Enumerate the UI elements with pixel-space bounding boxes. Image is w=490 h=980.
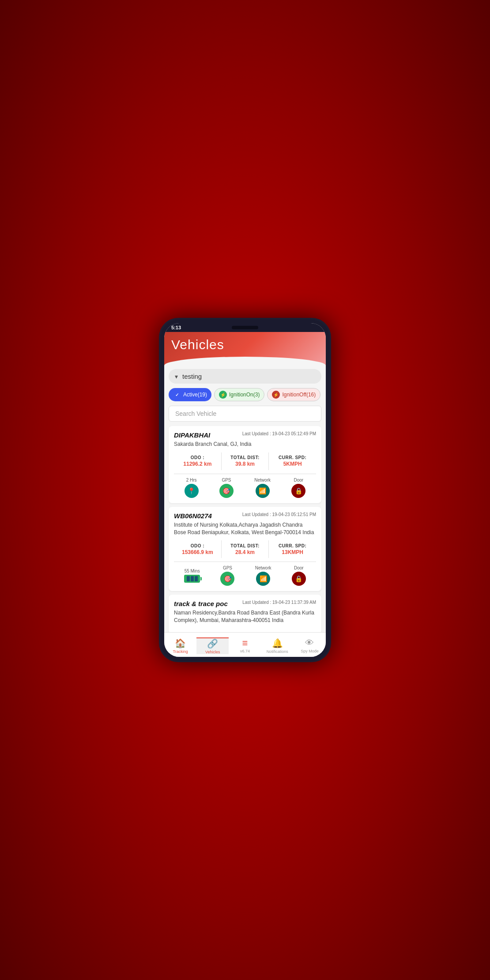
nav-notifications[interactable]: 🔔 Notifications xyxy=(261,638,294,654)
app-header: Vehicles xyxy=(164,332,326,366)
vehicle-name-3: track & trace poc xyxy=(174,600,228,607)
phone-frame: 5:13 Vehicles ▾ testing ✓ Active(19) ⚡ I… xyxy=(159,318,331,662)
menu-icon: ≡ xyxy=(242,638,248,648)
card-header-1: DIPAKBHAI Last Updated : 19-04-23 05:12:… xyxy=(174,431,316,439)
last-updated-3: Last Updated : 19-04-23 11:37:39 AM xyxy=(242,600,316,605)
nav-notifications-label: Notifications xyxy=(267,649,288,654)
network-item-1: Network 📶 xyxy=(254,478,271,498)
tab-ignition-off[interactable]: ⚡ IgnitionOff(16) xyxy=(267,388,320,401)
tab-active-label: Active(19) xyxy=(183,392,207,398)
bolt-icon-green: ⚡ xyxy=(219,391,227,399)
status-time: 5:13 xyxy=(171,325,181,330)
vehicle-name-2: WB06N0274 xyxy=(174,512,212,520)
nav-vehicles-label: Vehicles xyxy=(205,650,220,654)
tab-ignition-on-label: IgnitionOn(3) xyxy=(229,392,260,398)
page-title: Vehicles xyxy=(171,337,319,352)
icons-row-1: 2 Hrs 📍 GPS 🎯 Network 📶 Door 🔒 xyxy=(174,478,316,498)
bell-icon: 🔔 xyxy=(272,638,283,648)
door-label-2: Door xyxy=(294,565,304,570)
nav-spy-mode-label: Spy Mode xyxy=(301,649,319,653)
stat-dist-1: TOTAL DIST: 39.8 km xyxy=(222,455,269,467)
icons-row-2: 55 Mins GPS 🎯 xyxy=(174,565,316,586)
bottom-nav: 🏠 Tracking 🔗 Vehicles ≡ v6.74 🔔 Notifica… xyxy=(164,632,326,657)
door-item-1: Door 🔒 xyxy=(291,478,305,498)
vehicle-location-1: Sakarda Branch Canal, GJ, India xyxy=(174,441,316,448)
nav-version-label: v6.74 xyxy=(240,649,250,653)
last-updated-2: Last Updated : 19-04-23 05:12:51 PM xyxy=(242,512,316,517)
time-item-2: 55 Mins xyxy=(184,569,200,583)
divider-2 xyxy=(174,562,316,562)
gps-icon-2: 🎯 xyxy=(220,572,234,586)
sos-icon-1: 📍 xyxy=(185,484,199,498)
gps-icon-1: 🎯 xyxy=(219,484,234,498)
nav-tracking-label: Tracking xyxy=(173,649,188,654)
stat-odo-1: ODO : 11296.2 km xyxy=(174,455,221,467)
nav-vehicles[interactable]: 🔗 Vehicles xyxy=(196,637,229,654)
chevron-down-icon: ▾ xyxy=(175,373,178,380)
tab-active[interactable]: ✓ Active(19) xyxy=(169,388,211,401)
stats-row-2: ODO : 153666.9 km TOTAL DIST: 28.4 km CU… xyxy=(174,540,316,558)
nav-spy-mode[interactable]: 👁 Spy Mode xyxy=(294,638,326,653)
dropdown-value: testing xyxy=(182,373,202,380)
stats-row-1: ODO : 11296.2 km TOTAL DIST: 39.8 km CUR… xyxy=(174,452,316,470)
last-updated-1: Last Updated : 19-04-23 05:12:49 PM xyxy=(242,431,316,436)
vehicle-card-track-trace[interactable]: track & trace poc Last Updated : 19-04-2… xyxy=(169,595,321,632)
stat-spd-2: CURR. SPD: 13KMPH xyxy=(269,543,316,555)
door-icon-1: 🔒 xyxy=(291,484,305,498)
stat-spd-1: CURR. SPD: 5KMPH xyxy=(269,455,316,467)
time-label-2: 55 Mins xyxy=(185,569,200,573)
gps-label-1: GPS xyxy=(222,478,231,482)
time-item-1: 2 Hrs 📍 xyxy=(185,478,199,498)
nav-tracking[interactable]: 🏠 Tracking xyxy=(164,638,196,654)
vehicle-card-wb06n0274[interactable]: WB06N0274 Last Updated : 19-04-23 05:12:… xyxy=(169,507,321,592)
gps-label-2: GPS xyxy=(223,565,232,570)
time-label-1: 2 Hrs xyxy=(186,478,197,482)
stat-odo-2: ODO : 153666.9 km xyxy=(174,543,221,555)
door-label-1: Door xyxy=(294,478,303,482)
status-bar: 5:13 xyxy=(164,323,326,332)
tab-ignition-on[interactable]: ⚡ IgnitionOn(3) xyxy=(214,388,264,401)
home-icon: 🏠 xyxy=(175,638,186,648)
filter-tabs-row: ✓ Active(19) ⚡ IgnitionOn(3) ⚡ IgnitionO… xyxy=(169,388,321,401)
network-label-2: Network xyxy=(255,565,271,570)
check-icon: ✓ xyxy=(173,391,181,399)
search-placeholder: Search Vehicle xyxy=(175,410,216,417)
bolt-icon-red: ⚡ xyxy=(272,391,280,399)
door-icon-2: 🔒 xyxy=(292,572,306,586)
door-item-2: Door 🔒 xyxy=(292,565,306,586)
group-dropdown[interactable]: ▾ testing xyxy=(169,369,321,384)
card-header-3: track & trace poc Last Updated : 19-04-2… xyxy=(174,600,316,607)
eye-icon: 👁 xyxy=(305,638,314,648)
main-content: ▾ testing ✓ Active(19) ⚡ IgnitionOn(3) ⚡… xyxy=(164,366,326,632)
network-icon-1: 📶 xyxy=(256,484,270,498)
search-vehicle-input[interactable]: Search Vehicle xyxy=(169,406,321,422)
network-icon-2: 📶 xyxy=(256,572,270,586)
gps-item-1: GPS 🎯 xyxy=(219,478,234,498)
nav-version[interactable]: ≡ v6.74 xyxy=(229,638,261,653)
network-label-1: Network xyxy=(254,478,271,482)
card-header-2: WB06N0274 Last Updated : 19-04-23 05:12:… xyxy=(174,512,316,520)
tab-ignition-off-label: IgnitionOff(16) xyxy=(282,392,316,398)
vehicle-card-dipakbhai[interactable]: DIPAKBHAI Last Updated : 19-04-23 05:12:… xyxy=(169,426,321,503)
battery-icon-2 xyxy=(184,575,200,583)
vehicle-location-3: Naman Residency,Bandra Road Bandra East … xyxy=(174,609,316,624)
network-item-2: Network 📶 xyxy=(255,565,271,586)
vehicles-icon: 🔗 xyxy=(207,638,218,649)
phone-screen: 5:13 Vehicles ▾ testing ✓ Active(19) ⚡ I… xyxy=(164,323,326,657)
stat-dist-2: TOTAL DIST: 28.4 km xyxy=(222,543,269,555)
divider-1 xyxy=(174,474,316,474)
vehicle-location-2: Institute of Nursing Kolkata,Acharya Jag… xyxy=(174,521,316,536)
vehicle-name-1: DIPAKBHAI xyxy=(174,431,210,439)
gps-item-2: GPS 🎯 xyxy=(220,565,234,586)
